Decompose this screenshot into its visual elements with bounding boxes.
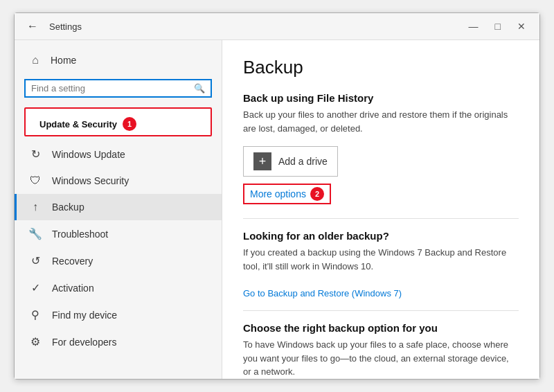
window-controls: — □ ✕ <box>463 19 531 33</box>
shield-icon: 🛡 <box>28 175 42 187</box>
sidebar-item-label: Windows Security <box>52 175 129 186</box>
plus-icon: + <box>253 152 271 170</box>
sidebar-item-label: Find my device <box>52 310 117 321</box>
divider-2 <box>243 310 519 311</box>
sidebar-section-label[interactable]: Update & Security 1 <box>24 107 212 136</box>
sidebar-item-find-my-device[interactable]: ⚲ Find my device <box>15 301 222 328</box>
sidebar-item-for-developers[interactable]: ⚙ For developers <box>15 328 222 355</box>
close-button[interactable]: ✕ <box>512 19 531 33</box>
page-title: Backup <box>243 57 519 78</box>
maximize-button[interactable]: □ <box>490 19 506 33</box>
sidebar-home-label: Home <box>51 55 76 66</box>
choose-section-desc: To have Windows back up your files to a … <box>243 338 519 379</box>
search-box: 🔍 <box>24 79 212 98</box>
more-options-badge: 2 <box>310 187 324 201</box>
location-icon: ⚲ <box>28 308 42 321</box>
sidebar-item-recovery[interactable]: ↺ Recovery <box>15 247 222 274</box>
activation-icon: ✓ <box>28 281 42 294</box>
settings-window: ← Settings — □ ✕ ⌂ Home 🔍 Update & Secur… <box>14 12 540 380</box>
sidebar-item-troubleshoot[interactable]: 🔧 Troubleshoot <box>15 220 222 247</box>
sidebar-item-backup[interactable]: ↑ Backup <box>15 194 222 220</box>
sidebar-item-windows-update[interactable]: ↻ Windows Update <box>15 141 222 168</box>
more-options-button[interactable]: More options 2 <box>243 184 331 204</box>
section-label-text: Update & Security <box>39 119 117 130</box>
backup-section-desc: Back up your files to another drive and … <box>243 108 519 135</box>
sidebar-item-home[interactable]: ⌂ Home <box>15 47 222 73</box>
backup-icon: ↑ <box>28 201 42 213</box>
section-badge: 1 <box>123 117 136 131</box>
search-input[interactable] <box>31 83 194 93</box>
backup-section-title: Back up using File History <box>243 92 519 104</box>
older-backup-link[interactable]: Go to Backup and Restore (Windows 7) <box>243 288 402 299</box>
sidebar-item-label: Backup <box>52 202 84 213</box>
sidebar: ⌂ Home 🔍 Update & Security 1 ↻ Windows U… <box>15 40 222 379</box>
sidebar-item-label: Recovery <box>52 256 93 267</box>
add-drive-label: Add a drive <box>278 156 328 167</box>
window-title: Settings <box>49 21 463 32</box>
sidebar-item-label: Activation <box>52 283 94 294</box>
developer-icon: ⚙ <box>28 335 42 348</box>
older-backup-title: Looking for an older backup? <box>243 230 519 242</box>
sidebar-item-label: Windows Update <box>52 149 125 160</box>
sidebar-item-windows-security[interactable]: 🛡 Windows Security <box>15 168 222 194</box>
add-drive-button[interactable]: + Add a drive <box>243 146 338 177</box>
search-icon: 🔍 <box>194 83 205 93</box>
divider-1 <box>243 218 519 219</box>
back-button[interactable]: ← <box>23 19 42 34</box>
more-options-label: More options <box>250 188 306 199</box>
sidebar-item-label: Troubleshoot <box>52 229 108 240</box>
content-area: ⌂ Home 🔍 Update & Security 1 ↻ Windows U… <box>15 40 539 379</box>
recovery-icon: ↺ <box>28 254 42 267</box>
sidebar-item-label: For developers <box>52 337 116 348</box>
main-content: Backup Back up using File History Back u… <box>222 40 539 379</box>
minimize-button[interactable]: — <box>463 19 484 33</box>
wrench-icon: 🔧 <box>28 227 42 240</box>
title-bar: ← Settings — □ ✕ <box>15 13 539 40</box>
windows-update-icon: ↻ <box>28 148 42 161</box>
older-backup-desc: If you created a backup using the Window… <box>243 246 519 273</box>
choose-section-title: Choose the right backup option for you <box>243 322 519 334</box>
sidebar-item-activation[interactable]: ✓ Activation <box>15 274 222 301</box>
home-icon: ⌂ <box>28 54 42 66</box>
